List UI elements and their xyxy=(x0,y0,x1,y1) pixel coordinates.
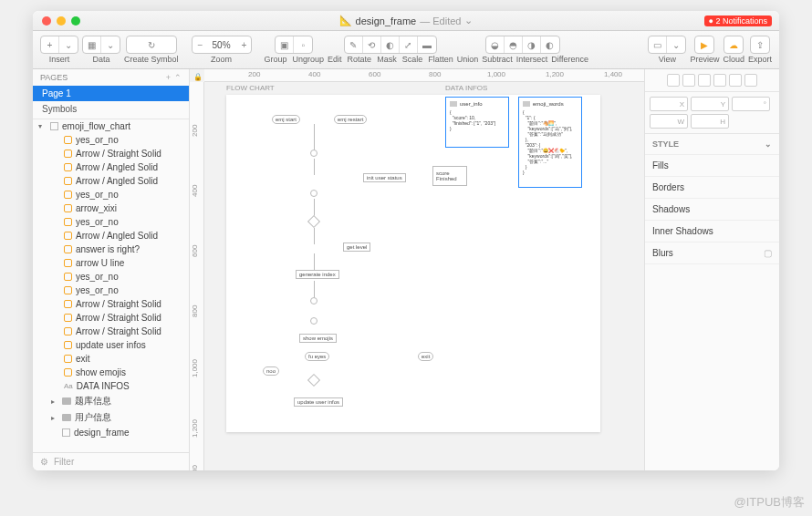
node-emj-start[interactable]: emj start xyxy=(272,115,300,124)
close-icon[interactable] xyxy=(42,16,51,26)
layer-folder-2[interactable]: ▸用户信息 xyxy=(33,409,189,426)
layer-item[interactable]: Arrow / Straight Solid xyxy=(33,147,189,160)
union-button[interactable]: ◒ xyxy=(486,36,505,53)
insert-menu[interactable]: ⌄ xyxy=(59,36,78,53)
layer-item[interactable]: show emojis xyxy=(33,366,189,379)
layer-item[interactable]: Arrow / Straight Solid xyxy=(33,311,189,325)
node-exit[interactable]: exit xyxy=(418,352,433,361)
chevron-down-icon[interactable]: ⌄ xyxy=(765,139,772,149)
node-get-level[interactable]: get level xyxy=(343,243,370,252)
filter-bar[interactable]: ⚙ Filter xyxy=(33,452,189,470)
difference-button[interactable]: ◐ xyxy=(541,36,559,53)
node-noo[interactable]: noo xyxy=(263,366,279,376)
flip-v-button[interactable] xyxy=(749,114,764,129)
align-center-button[interactable] xyxy=(682,74,695,87)
notifications-badge[interactable]: ● 2 Notifications xyxy=(704,15,772,26)
layer-item[interactable]: Arrow / Straight Solid xyxy=(33,325,189,338)
minimize-icon[interactable] xyxy=(57,16,66,26)
layer-item[interactable]: Arrow / Angled Solid xyxy=(33,174,189,188)
layer-item[interactable]: Arrow / Angled Solid xyxy=(33,229,189,243)
layer-folder-1[interactable]: ▸题库信息 xyxy=(33,393,189,409)
layer-item[interactable]: Arrow / Straight Solid xyxy=(33,297,189,311)
zoom-in-button[interactable]: + xyxy=(236,40,251,50)
zoom-control[interactable]: − 50% + xyxy=(192,36,252,54)
w-field[interactable]: W xyxy=(650,114,688,129)
align-top-button[interactable] xyxy=(713,74,726,87)
flatten-button[interactable]: ▬ xyxy=(418,36,436,53)
add-icon[interactable]: ▢ xyxy=(764,248,772,258)
node-diamond-1[interactable] xyxy=(307,215,320,228)
inner-shadows-section[interactable]: Inner Shadows xyxy=(645,221,779,243)
angle-field[interactable]: ° xyxy=(732,97,770,111)
lock-icon[interactable]: 🔒 xyxy=(193,73,203,82)
layer-design-frame[interactable]: design_frame xyxy=(33,426,189,439)
layer-item[interactable]: yes_or_no xyxy=(33,270,189,284)
shadows-section[interactable]: Shadows xyxy=(645,199,779,221)
box-user-info[interactable]: user_info { "score": 10, "finished": ["1… xyxy=(445,97,509,148)
disclosure-triangle-icon[interactable]: ▾ xyxy=(38,122,46,130)
node-emj-restart[interactable]: emj restart xyxy=(334,115,367,124)
data-button[interactable]: ▦ xyxy=(83,36,101,53)
layer-item[interactable]: exit xyxy=(33,352,189,366)
style-header[interactable]: STYLE⌄ xyxy=(645,134,779,155)
intersect-button[interactable]: ◑ xyxy=(523,36,541,53)
rotate-button[interactable]: ⟲ xyxy=(363,36,381,53)
mask-button[interactable]: ◐ xyxy=(381,36,400,53)
subtract-button[interactable]: ◓ xyxy=(505,36,523,53)
layer-data-infos[interactable]: AaDATA INFOS xyxy=(33,379,189,393)
insert-button[interactable]: + xyxy=(41,36,59,53)
node-init-user[interactable]: init user status xyxy=(363,173,406,182)
fills-section[interactable]: Fills xyxy=(645,155,779,177)
layer-root[interactable]: ▾ emoji_flow_chart xyxy=(33,119,189,133)
chevron-down-icon[interactable]: ⌄ xyxy=(464,15,473,26)
group-button[interactable]: ▣ xyxy=(276,36,294,53)
canvas[interactable]: 2004006008001,0001,2001,400 200400600800… xyxy=(190,69,644,470)
blurs-section[interactable]: Blurs▢ xyxy=(645,243,779,264)
node-score[interactable]: score Finished xyxy=(432,166,467,186)
layer-item[interactable]: Arrow / Angled Solid xyxy=(33,160,189,174)
node-c3[interactable] xyxy=(310,317,318,325)
align-middle-button[interactable] xyxy=(729,74,742,87)
layer-item[interactable]: update user infos xyxy=(33,338,189,352)
layer-item[interactable]: yes_or_no xyxy=(33,284,189,297)
view-button[interactable]: ▭ xyxy=(649,36,667,53)
node-generate-index[interactable]: generate index xyxy=(296,270,339,279)
node-c1[interactable] xyxy=(310,190,318,197)
disclosure-triangle-icon[interactable]: ▸ xyxy=(51,414,58,422)
page-item-symbols[interactable]: Symbols xyxy=(33,101,189,117)
scale-button[interactable]: ⤢ xyxy=(400,36,418,53)
node-merge[interactable] xyxy=(310,150,318,157)
view-menu[interactable]: ⌄ xyxy=(667,36,685,53)
page-item-page1[interactable]: Page 1 xyxy=(33,86,189,101)
maximize-icon[interactable] xyxy=(71,16,80,26)
collapse-pages-icon[interactable]: ⌃ xyxy=(174,73,182,82)
x-field[interactable]: X xyxy=(650,97,688,111)
borders-section[interactable]: Borders xyxy=(645,177,779,199)
layer-item[interactable]: arrow_xixi xyxy=(33,201,189,215)
disclosure-triangle-icon[interactable]: ▸ xyxy=(51,397,58,406)
preview-button[interactable]: ▶ xyxy=(695,36,713,53)
layer-item[interactable]: yes_or_no xyxy=(33,215,189,229)
node-c2[interactable] xyxy=(310,297,318,304)
export-button[interactable]: ⇪ xyxy=(751,36,769,53)
cloud-button[interactable]: ☁ xyxy=(724,36,743,53)
layer-item[interactable]: arrow U line xyxy=(33,256,189,270)
zoom-out-button[interactable]: − xyxy=(193,40,207,50)
align-left-button[interactable] xyxy=(667,74,680,87)
flip-h-button[interactable] xyxy=(732,114,746,129)
ungroup-button[interactable]: ▫ xyxy=(294,36,312,53)
node-update-user[interactable]: update user infos xyxy=(294,397,343,407)
create-symbol-button[interactable]: ↻ xyxy=(127,36,176,53)
layer-item[interactable]: yes_or_no xyxy=(33,188,189,201)
data-menu[interactable]: ⌄ xyxy=(101,36,120,53)
add-page-icon[interactable]: + xyxy=(166,73,171,82)
h-field[interactable]: H xyxy=(691,114,729,129)
edit-button[interactable]: ✎ xyxy=(345,36,363,53)
align-right-button[interactable] xyxy=(698,74,711,87)
align-bottom-button[interactable] xyxy=(744,74,757,87)
layer-item[interactable]: answer is right? xyxy=(33,243,189,256)
node-diamond-2[interactable] xyxy=(307,374,320,387)
y-field[interactable]: Y xyxy=(691,97,729,111)
node-fu-eyes[interactable]: fu eyes xyxy=(305,352,329,361)
node-show-emojis[interactable]: show emojis xyxy=(299,334,337,343)
